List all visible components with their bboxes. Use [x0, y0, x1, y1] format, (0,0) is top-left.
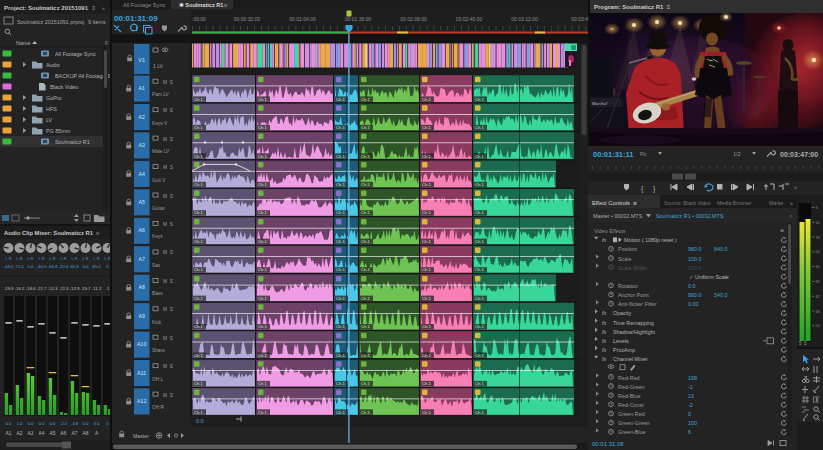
svg-text:Ch.1: Ch.1 — [422, 97, 432, 102]
svg-text:A5: A5 — [139, 199, 145, 205]
svg-text:13: 13 — [688, 393, 694, 399]
svg-text:Ch.1: Ch.1 — [361, 381, 371, 386]
svg-text:5 5: 5 5 — [799, 341, 807, 346]
svg-text:Ch.1: Ch.1 — [475, 97, 485, 102]
svg-text:6: 6 — [816, 206, 818, 210]
svg-text:100.0: 100.0 — [688, 256, 702, 262]
svg-text:All Footage Sync: All Footage Sync — [123, 2, 165, 8]
svg-text:Audio: Audio — [46, 62, 60, 68]
svg-text:All Footage Sync: All Footage Sync — [55, 51, 96, 57]
svg-text:0.0: 0.0 — [49, 421, 56, 426]
svg-text:Soulmaticz R1: Soulmaticz R1 — [55, 139, 90, 145]
svg-text:Ch.1: Ch.1 — [422, 267, 432, 272]
svg-text:00:03:12:00: 00:03:12:00 — [511, 16, 538, 22]
svg-text:OH R: OH R — [152, 405, 165, 410]
svg-text:Ch.1: Ch.1 — [361, 410, 371, 415]
svg-text:A3: A3 — [28, 431, 34, 436]
svg-text:Red-Red: Red-Red — [618, 375, 640, 381]
svg-text:Anti-flicker Filter: Anti-flicker Filter — [618, 301, 657, 307]
svg-text:-2.0: -2.0 — [60, 421, 68, 426]
svg-text:0.0: 0.0 — [93, 421, 100, 426]
svg-text:Ch.1: Ch.1 — [336, 239, 346, 244]
svg-text:M S: M S — [163, 307, 173, 312]
svg-text:L R: L R — [17, 257, 23, 261]
svg-text:960.0: 960.0 — [688, 246, 702, 252]
svg-text:A9: A9 — [139, 313, 145, 319]
svg-text:Ch.1: Ch.1 — [336, 353, 346, 358]
svg-text:Effect Controls ≡: Effect Controls ≡ — [592, 200, 637, 206]
svg-text:-16.2: -16.2 — [14, 286, 25, 291]
svg-text:M S: M S — [163, 393, 173, 398]
svg-text:-44.0: -44.0 — [3, 264, 14, 269]
svg-text:00:01:04:00: 00:01:04:00 — [289, 16, 316, 22]
svg-text:L R: L R — [83, 257, 89, 261]
svg-text:Bass: Bass — [152, 291, 163, 296]
svg-text:Ch.1: Ch.1 — [475, 267, 485, 272]
svg-text:Ch.1: Ch.1 — [361, 154, 371, 159]
svg-text:Marke: Marke — [769, 200, 784, 206]
svg-text:L R: L R — [105, 257, 111, 261]
svg-text:12: 12 — [816, 221, 820, 225]
svg-text:1/2: 1/2 — [733, 151, 741, 157]
svg-text:-72.3: -72.3 — [58, 286, 69, 291]
svg-text:Ch.1: Ch.1 — [336, 296, 346, 301]
svg-text:Ch.1: Ch.1 — [336, 410, 346, 415]
svg-text:A1: A1 — [6, 431, 12, 436]
svg-text:-1: -1 — [688, 384, 693, 390]
svg-text:M S: M S — [163, 108, 173, 113]
svg-text:Ch.1: Ch.1 — [258, 410, 268, 415]
svg-text:Ch.1: Ch.1 — [422, 239, 432, 244]
svg-text:Ch.1: Ch.1 — [194, 353, 204, 358]
svg-text:640.0: 640.0 — [714, 246, 728, 252]
svg-text:Project: Soulmaticz 20151091: Project: Soulmaticz 20151091 — [4, 5, 89, 11]
svg-text:Ch.1: Ch.1 — [336, 381, 346, 386]
svg-text:00:03:47:00: 00:03:47:00 — [780, 151, 818, 158]
svg-text:Ch.1: Ch.1 — [422, 154, 432, 159]
svg-text:Ch.1: Ch.1 — [361, 324, 371, 329]
svg-text:0.0: 0.0 — [82, 421, 89, 426]
svg-text:L R: L R — [72, 257, 78, 261]
svg-text:Time Remapping: Time Remapping — [613, 320, 654, 326]
svg-text:Ch.1: Ch.1 — [258, 210, 268, 215]
svg-text:A3: A3 — [139, 142, 145, 148]
svg-text:Green-Green: Green-Green — [618, 420, 650, 426]
svg-text:Ch.1: Ch.1 — [336, 125, 346, 130]
svg-text:00:03:4: 00:03:4 — [571, 16, 588, 22]
svg-text:Ch.1: Ch.1 — [361, 97, 371, 102]
svg-text:Kick: Kick — [152, 320, 162, 325]
svg-text:Ch.1: Ch.1 — [194, 239, 204, 244]
svg-text:A8: A8 — [83, 431, 89, 436]
svg-text:Anchor Point: Anchor Point — [618, 292, 649, 298]
svg-text:Ch.1: Ch.1 — [422, 353, 432, 358]
svg-text:0.0: 0.0 — [27, 421, 34, 426]
svg-text:54: 54 — [816, 324, 820, 328]
svg-text:Ch.1: Ch.1 — [336, 210, 346, 215]
svg-text:Ch.1: Ch.1 — [475, 410, 485, 415]
svg-text:Ch.1: Ch.1 — [194, 296, 204, 301]
svg-text:Ch.1: Ch.1 — [336, 267, 346, 272]
svg-text:18: 18 — [816, 236, 820, 240]
svg-text:Ch.1: Ch.1 — [194, 381, 204, 386]
svg-text:Ch.1: Ch.1 — [361, 182, 371, 187]
svg-text:M S: M S — [163, 279, 173, 284]
svg-text:-3.8: -3.8 — [71, 421, 79, 426]
svg-text:A5: A5 — [50, 431, 56, 436]
svg-text:Ch.1: Ch.1 — [258, 239, 268, 244]
svg-text:Ch.1: Ch.1 — [361, 267, 371, 272]
svg-text:M S: M S — [163, 336, 173, 341]
svg-text:Ch.1: Ch.1 — [475, 154, 485, 159]
svg-text:M S: M S — [163, 194, 173, 199]
svg-text:Ch.1: Ch.1 — [258, 125, 268, 130]
svg-text:Rotation: Rotation — [618, 283, 638, 289]
svg-text:Ch.1: Ch.1 — [475, 125, 485, 130]
svg-text:A11: A11 — [137, 370, 146, 376]
svg-text:Ch.1: Ch.1 — [258, 353, 268, 358]
svg-text:Media Browser: Media Browser — [717, 200, 752, 206]
svg-text:Keys: Keys — [152, 234, 163, 239]
svg-text:-19.9: -19.9 — [3, 286, 14, 291]
svg-text:Guitar: Guitar — [152, 206, 165, 211]
svg-text:-12.9: -12.9 — [69, 286, 80, 291]
svg-text:199: 199 — [688, 375, 697, 381]
svg-text:Ch.1: Ch.1 — [422, 210, 432, 215]
svg-text:Opacity: Opacity — [613, 310, 632, 316]
